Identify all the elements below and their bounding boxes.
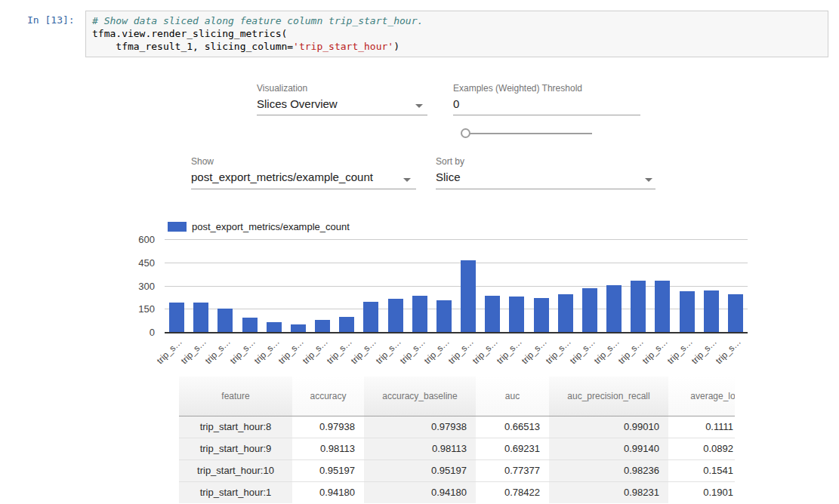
cell-input-prompt: In [13]: (27, 14, 82, 26)
feature-cell: trip_start_hour:9 (179, 438, 292, 459)
table-header-cell[interactable]: feature (179, 376, 292, 416)
metric-cell: 0.99010 (549, 416, 668, 438)
table-row[interactable]: trip_start_hour:100.951970.951970.773770… (179, 459, 735, 481)
jupyter-notebook-page: In [13]: # Show data sliced along featur… (0, 0, 839, 504)
sort-by-value: Slice (436, 171, 642, 183)
bar[interactable] (534, 298, 549, 332)
metric-cell: 0.1901 (668, 481, 735, 503)
bar[interactable] (655, 281, 670, 332)
legend-swatch (168, 222, 187, 232)
bar[interactable] (242, 318, 258, 332)
bar[interactable] (485, 296, 500, 332)
bar[interactable] (291, 324, 306, 332)
metric-cell: 0.97938 (292, 416, 364, 438)
code-lines: # Show data sliced along feature column … (92, 14, 822, 53)
bar[interactable] (728, 294, 743, 332)
bar[interactable] (680, 291, 695, 332)
sort-by-label: Sort by (436, 156, 464, 167)
feature-cell: trip_start_hour:8 (179, 416, 292, 438)
bar[interactable] (631, 281, 646, 332)
threshold-value: 0 (453, 97, 627, 110)
metrics-table: featureaccuracyaccuracy_baselineaucauc_p… (179, 376, 735, 503)
metrics-table-container: featureaccuracyaccuracy_baselineaucauc_p… (179, 376, 735, 504)
gridline (165, 332, 748, 333)
slices-bar-chart: post_export_metrics/example_count 600450… (0, 215, 839, 370)
table-header-cell[interactable]: average_loss (668, 376, 735, 416)
table-header-cell[interactable]: auc (476, 376, 549, 416)
chevron-down-icon[interactable] (415, 104, 423, 108)
metric-cell: 0.1541 (668, 459, 735, 481)
chevron-down-icon[interactable] (403, 178, 411, 182)
bar[interactable] (412, 296, 427, 332)
bar[interactable] (217, 309, 233, 332)
bar[interactable] (606, 285, 622, 332)
threshold-label: Examples (Weighted) Threshold (453, 83, 582, 94)
chevron-down-icon[interactable] (645, 178, 652, 182)
table-header-cell[interactable]: accuracy_baseline (364, 376, 476, 416)
metric-cell: 0.98113 (364, 438, 476, 459)
threshold-slider-track[interactable] (462, 133, 592, 134)
table-row[interactable]: trip_start_hour:90.981130.981130.692310.… (179, 438, 735, 459)
metric-cell: 0.98231 (549, 481, 668, 503)
code-line: tfma_result_1, slicing_column='trip_star… (92, 40, 822, 53)
threshold-input[interactable]: Examples (Weighted) Threshold 0 (453, 83, 640, 115)
metric-cell: 0.77377 (476, 459, 549, 481)
threshold-slider-handle[interactable] (461, 128, 470, 138)
table-header-row: featureaccuracyaccuracy_baselineaucauc_p… (179, 376, 735, 416)
visualization-dropdown[interactable]: Visualization Slices Overview (257, 83, 427, 115)
y-axis-tick-label: 150 (125, 303, 155, 315)
bar[interactable] (339, 317, 354, 332)
table-row[interactable]: trip_start_hour:10.941800.941800.784220.… (179, 481, 735, 503)
metric-cell: 0.78422 (476, 481, 549, 503)
metric-cell: 0.99140 (549, 438, 668, 459)
sort-by-dropdown[interactable]: Sort by Slice (436, 156, 655, 189)
bar[interactable] (582, 288, 597, 332)
visualization-label: Visualization (257, 83, 307, 94)
metric-cell: 0.95197 (364, 459, 476, 481)
metric-cell: 0.1111 (668, 416, 735, 438)
y-axis-tick-label: 0 (125, 327, 155, 338)
code-line: tfma.view.render_slicing_metrics( (92, 27, 822, 40)
feature-cell: trip_start_hour:1 (179, 481, 292, 503)
bar[interactable] (169, 303, 184, 332)
chart-legend: post_export_metrics/example_count (168, 221, 350, 232)
metric-cell: 0.69231 (476, 438, 549, 459)
bar[interactable] (267, 322, 282, 332)
metric-cell: 0.94180 (364, 481, 476, 503)
metric-cell: 0.0892 (668, 438, 735, 459)
gridline (165, 239, 748, 240)
table-row[interactable]: trip_start_hour:80.979380.979380.665130.… (179, 416, 735, 438)
bar[interactable] (704, 290, 719, 332)
y-axis-tick-label: 450 (125, 257, 155, 269)
code-editor[interactable]: # Show data sliced along feature column … (85, 11, 828, 57)
bar[interactable] (461, 260, 476, 333)
metric-cell: 0.66513 (476, 416, 549, 438)
table-header-cell[interactable]: auc_precision_recall (549, 376, 668, 416)
code-line: # Show data sliced along feature column … (92, 14, 822, 27)
metric-cell: 0.97938 (364, 416, 476, 438)
bar[interactable] (436, 300, 452, 332)
metric-cell: 0.95197 (292, 459, 364, 481)
bar[interactable] (558, 294, 573, 332)
y-axis-tick-label: 300 (125, 281, 155, 292)
bar[interactable] (388, 299, 403, 332)
bar[interactable] (509, 297, 524, 332)
metric-cell: 0.94180 (292, 481, 364, 503)
visualization-value: Slices Overview (257, 97, 414, 110)
gridline (165, 263, 748, 263)
table-body: trip_start_hour:80.979380.979380.665130.… (179, 416, 735, 503)
y-axis-tick-label: 600 (125, 234, 155, 245)
feature-cell: trip_start_hour:10 (179, 459, 292, 481)
bar[interactable] (193, 303, 208, 332)
metric-cell: 0.98236 (549, 459, 668, 481)
bar[interactable] (315, 320, 330, 332)
show-metric-dropdown[interactable]: Show post_export_metrics/example_count (191, 156, 416, 189)
show-label: Show (191, 156, 214, 167)
table-header-cell[interactable]: accuracy (292, 376, 364, 416)
bar[interactable] (363, 302, 378, 332)
metric-cell: 0.98113 (292, 438, 364, 459)
show-value: post_export_metrics/example_count (191, 171, 403, 183)
legend-label: post_export_metrics/example_count (192, 221, 350, 232)
